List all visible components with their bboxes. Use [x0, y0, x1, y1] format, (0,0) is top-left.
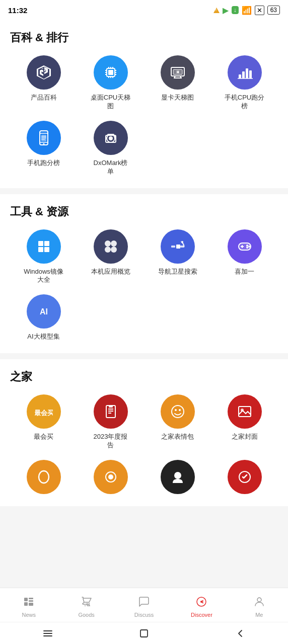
item-local-apps[interactable]: 本机应用概览: [77, 229, 144, 285]
tab-discuss-label: Discuss: [134, 612, 154, 618]
buy-icon: 最会买: [35, 403, 53, 421]
item-satellite[interactable]: 导航卫星搜索: [144, 229, 211, 285]
chip-icon: [102, 63, 120, 82]
partial-item-2[interactable]: [77, 460, 144, 494]
svg-point-83: [200, 601, 202, 603]
annual-report-icon-bg: [94, 394, 128, 429]
svg-point-35: [109, 136, 113, 140]
phone-icon: [35, 129, 53, 147]
tools-grid: Windows镜像大全 本机应用概览: [10, 229, 278, 342]
zuihuimai-icon-bg: 最会买: [27, 394, 61, 429]
svg-rect-39: [44, 241, 49, 246]
item-mobile-cpu[interactable]: 手机CPU跑分榜: [211, 55, 278, 111]
satellite-icon-bg: [161, 229, 195, 264]
windows-icon-bg: [27, 229, 61, 264]
mobile-benchmark-icon-bg: [27, 121, 61, 155]
svg-point-66: [179, 409, 181, 411]
mobile-benchmark-label: 手机跑分榜: [27, 159, 60, 168]
item-annual-report[interactable]: 2023年度报告: [77, 394, 144, 450]
tab-discover[interactable]: Discover: [173, 596, 230, 618]
partial-item-1[interactable]: [10, 460, 77, 494]
svg-point-64: [172, 406, 184, 418]
local-apps-label: 本机应用概览: [91, 268, 130, 276]
item-dxomark[interactable]: DxOMark榜单: [77, 121, 144, 176]
tab-discover-label: Discover: [191, 612, 212, 618]
svg-point-42: [105, 240, 111, 247]
svg-rect-77: [29, 603, 33, 606]
svg-rect-1: [108, 70, 113, 75]
product-encyclopedia-icon-bg: [27, 55, 61, 90]
svg-point-79: [89, 605, 90, 606]
status-icons: ! ▶ ↓ 📶 ✕ 63: [213, 6, 280, 15]
partial-item-3[interactable]: [144, 460, 211, 494]
svg-rect-47: [171, 246, 175, 248]
svg-rect-24: [249, 70, 252, 78]
item-desktop-cpu[interactable]: 桌面CPU天梯图: [77, 55, 144, 111]
dxomark-label: DxOMark榜单: [91, 159, 131, 176]
tab-news[interactable]: News: [0, 596, 57, 618]
play-icon: ▶: [223, 6, 229, 15]
item-windows-images[interactable]: Windows镜像大全: [10, 229, 77, 285]
svg-point-84: [257, 598, 261, 602]
item-emoji[interactable]: 之家表情包: [144, 394, 211, 450]
product-encyclopedia-label: 产品百科: [31, 94, 57, 102]
satellite-icon: [169, 237, 187, 256]
svg-rect-67: [239, 407, 251, 417]
sys-back-button[interactable]: [225, 624, 255, 642]
tab-discuss[interactable]: Discuss: [115, 596, 173, 618]
discuss-icon: [138, 596, 150, 610]
xijiayi-icon-bg: [228, 229, 262, 264]
svg-rect-40: [38, 247, 43, 252]
cover-label: 之家封面: [232, 433, 258, 441]
desktop-cpu-icon-bg: [94, 55, 128, 90]
tab-bar: News Goods Discuss: [0, 588, 288, 622]
section-tools: 工具 & 资源 Windows镜像大全: [0, 194, 288, 354]
wifi-icon: 📶: [242, 6, 252, 15]
svg-rect-23: [246, 68, 248, 78]
barchart-icon: [236, 63, 254, 82]
item-gpu[interactable]: ▣ 显卡天梯图: [144, 55, 211, 111]
svg-rect-75: [29, 598, 33, 599]
item-cover[interactable]: 之家封面: [211, 394, 278, 450]
report-icon: [102, 403, 120, 421]
svg-text:▣: ▣: [176, 70, 179, 73]
sys-home-button[interactable]: [129, 624, 159, 642]
xijiayi-label: 喜加一: [235, 268, 254, 276]
svg-point-45: [111, 247, 117, 253]
section-zhijia-title: 之家: [10, 369, 278, 384]
svg-point-49: [181, 241, 183, 243]
me-icon: [253, 596, 265, 610]
section-zhijia: 之家 最会买 最会买: [0, 359, 288, 506]
item-mobile-benchmark[interactable]: 手机跑分榜: [10, 121, 77, 176]
partial-icon-3: [169, 468, 187, 486]
svg-point-56: [246, 247, 248, 249]
svg-point-43: [111, 240, 117, 247]
battery-icon: 63: [267, 6, 280, 15]
image-icon: [236, 403, 254, 421]
tab-goods[interactable]: Goods: [57, 596, 115, 618]
item-product-encyclopedia[interactable]: 产品百科: [10, 55, 77, 111]
ai-models-label: AI大模型集: [27, 333, 59, 341]
item-xijiayi[interactable]: 喜加一: [211, 229, 278, 285]
gpu-label: 显卡天梯图: [161, 94, 194, 102]
svg-rect-41: [44, 247, 49, 252]
ai-icon-bg: AI: [27, 294, 61, 329]
sys-menu-button[interactable]: [33, 624, 63, 642]
svg-rect-38: [38, 241, 43, 246]
item-ai-models[interactable]: AI AI大模型集: [10, 294, 77, 341]
partial-item-4[interactable]: [211, 460, 278, 494]
zuihuimai-label: 最会买: [34, 433, 53, 441]
section-tools-title: 工具 & 资源: [10, 204, 278, 219]
status-time: 11:32: [8, 6, 27, 15]
svg-point-55: [248, 246, 250, 248]
svg-rect-46: [176, 245, 180, 249]
svg-point-37: [114, 136, 116, 138]
desktop-cpu-label: 桌面CPU天梯图: [91, 94, 131, 111]
news-icon: [23, 596, 35, 610]
item-zuihuimai[interactable]: 最会买 最会买: [10, 394, 77, 450]
box-icon: [35, 63, 53, 82]
section-encyclopedia-title: 百科 & 排行: [10, 30, 278, 45]
section-encyclopedia: 百科 & 排行 产品百科: [0, 20, 288, 188]
tab-me[interactable]: Me: [231, 596, 288, 618]
emoji-label: 之家表情包: [161, 433, 194, 441]
